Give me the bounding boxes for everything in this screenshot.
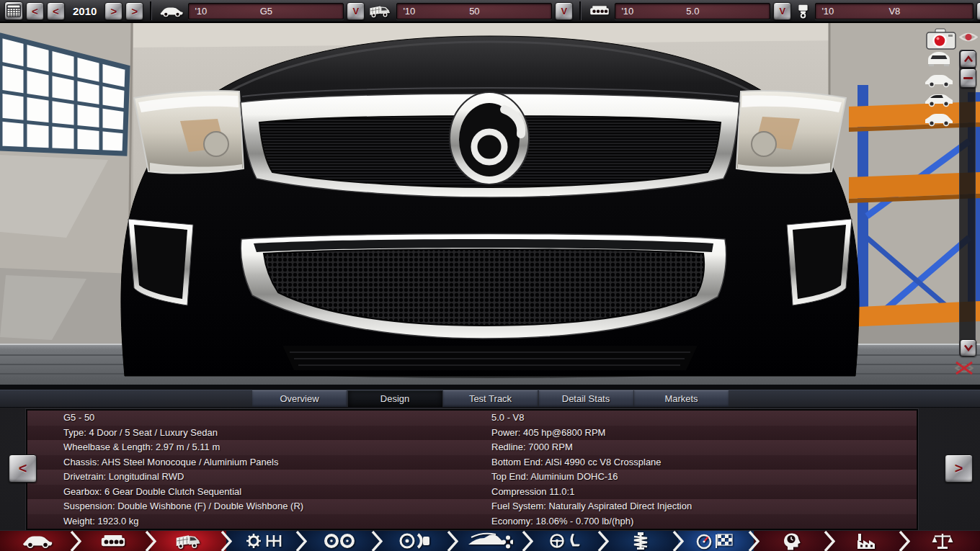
toolbar-markets[interactable] (904, 531, 980, 551)
spec-row: G5 - 50 5.0 - V8 (27, 411, 917, 426)
divider-strip (0, 385, 980, 390)
toolbar-test-track[interactable] (678, 531, 754, 551)
camera-angle-rear-quarter-button[interactable] (923, 109, 955, 128)
car-model-icon (159, 4, 184, 18)
spec-right: Power: 405 hp@6800 RPM (491, 426, 605, 441)
hide-overlay-button[interactable] (953, 359, 976, 377)
photo-mode-button[interactable] (925, 27, 958, 50)
prev-panel-button[interactable]: < (9, 454, 37, 483)
garage-3d-viewport[interactable] (0, 23, 980, 385)
automation-game-window: < < 2010 > > '10 G5 V '10 50 V '10 5.0 V… (0, 0, 980, 551)
visibility-button[interactable] (958, 30, 979, 44)
spec-left: G5 - 50 (63, 411, 94, 426)
toolbar-brakes[interactable] (377, 531, 453, 551)
brand-badge (450, 92, 529, 184)
headlight-left (134, 91, 244, 174)
spec-left: Type: 4 Door / 5 Seat / Luxury Sedan (63, 426, 218, 441)
factory-icon (855, 532, 878, 550)
design-info-section: G5 - 50 5.0 - V8 Type: 4 Door / 5 Seat /… (0, 408, 980, 530)
engine-variant-icon (796, 4, 811, 19)
interior-icon (549, 532, 582, 550)
brakes-icon (398, 532, 431, 550)
spec-panel: G5 - 50 5.0 - V8 Type: 4 Door / 5 Seat /… (26, 409, 918, 530)
trim-name: 50 (397, 6, 551, 17)
tab-overview[interactable]: Overview (252, 390, 347, 407)
toolbar-separator (579, 1, 581, 20)
camera-angle-front-button[interactable] (923, 49, 955, 68)
model-select[interactable]: '10 G5 (188, 3, 344, 19)
toolbar-gearbox[interactable] (226, 531, 302, 551)
engine-variant-name: V8 (816, 6, 973, 17)
model-dropdown-button[interactable]: V (347, 2, 365, 20)
car-front-view-icon (928, 52, 950, 66)
camera-icon (927, 29, 956, 49)
garage-scene (0, 23, 980, 385)
calendar-icon (7, 5, 20, 17)
trim-dropdown-button[interactable]: V (555, 2, 573, 20)
calendar-button[interactable] (4, 1, 23, 20)
toolbar-interior[interactable] (527, 531, 603, 551)
spec-right: Compression 11.0:1 (491, 485, 574, 500)
spec-right: Top End: Aluminium DOHC-16 (491, 470, 618, 485)
spec-row: Gearbox: 6 Gear Double Clutch Sequential… (27, 485, 917, 500)
car-model-icon (22, 533, 53, 549)
chevron-up-icon (965, 57, 972, 62)
car-render (121, 36, 859, 376)
current-year-label: 2010 (73, 5, 97, 17)
engine-variant-select[interactable]: '10 V8 (815, 3, 974, 19)
spec-row: Type: 4 Door / 5 Seat / Luxury Sedan Pow… (27, 426, 917, 441)
spec-left: Wheelbase & Length: 2.97 m / 5.11 m (63, 440, 220, 455)
engine-variant-dropdown-button[interactable]: V (976, 2, 980, 20)
camera-angle-side-button[interactable] (923, 70, 955, 89)
toolbar-body-aero[interactable] (453, 531, 528, 551)
toolbar-trim[interactable] (151, 531, 226, 551)
headlight-right (736, 91, 846, 174)
tab-detail-stats[interactable]: Detail Stats (539, 390, 633, 407)
toolbar-suspension[interactable] (603, 531, 679, 551)
viewport-scrollbar[interactable] (959, 50, 976, 357)
spec-row: Weight: 1923.0 kg Economy: 18.06% - 0.70… (27, 514, 917, 529)
test-track-icon (696, 532, 736, 550)
toolbar-model[interactable] (0, 531, 76, 551)
tab-markets[interactable]: Markets (634, 390, 729, 407)
year-forward-button[interactable]: > (104, 2, 122, 20)
scroll-up-button[interactable] (960, 50, 976, 68)
toolbar-engine-family[interactable] (76, 531, 151, 551)
trim-select[interactable]: '10 50 (396, 3, 552, 19)
build-pipeline-toolbar (0, 530, 980, 551)
top-toolbar: < < 2010 > > '10 G5 V '10 50 V '10 5.0 V… (0, 0, 980, 23)
tab-design[interactable]: Design (348, 390, 442, 407)
car-three-quarter-view-icon (925, 94, 953, 106)
spec-row: Suspension: Double Wishbone (F) / Double… (27, 499, 917, 514)
camera-angle-three-quarter-button[interactable] (923, 89, 955, 109)
spec-right: Fuel System: Naturally Aspirated Direct … (491, 499, 692, 514)
scrollbar-thumb[interactable] (960, 68, 976, 88)
engine-family-select[interactable]: '10 5.0 (615, 3, 770, 19)
spec-right: Bottom End: AlSi 4990 cc V8 Crossplane (491, 455, 662, 470)
spec-left: Suspension: Double Wishbone (F) / Double… (63, 499, 303, 514)
toolbar-wheels[interactable] (301, 531, 377, 551)
markets-balance-icon (931, 532, 954, 550)
detail-tab-bar: Overview Design Test Track Detail Stats … (0, 390, 980, 408)
spec-row: Drivetrain: Longitudinal RWD Top End: Al… (27, 470, 917, 485)
chevron-down-icon (965, 346, 972, 351)
wheels-icon (323, 532, 356, 550)
engineering-time-icon (780, 532, 802, 550)
engine-family-dropdown-button[interactable]: V (773, 2, 791, 20)
spec-left: Gearbox: 6 Gear Double Clutch Sequential (63, 485, 241, 500)
spec-row: Chassis: AHS Steel Monocoque / Aluminium… (27, 455, 917, 470)
year-forward-fast-button[interactable]: > (125, 2, 143, 20)
next-panel-button[interactable]: > (945, 454, 973, 483)
car-trim-icon (175, 532, 202, 550)
toolbar-factory[interactable] (829, 531, 905, 551)
toolbar-separator (150, 1, 151, 20)
spec-right: 5.0 - V8 (491, 411, 525, 426)
tab-test-track[interactable]: Test Track (443, 390, 538, 407)
year-back-fast-button[interactable]: < (26, 2, 44, 20)
year-back-button[interactable]: < (47, 2, 65, 20)
gearbox-icon (246, 532, 282, 550)
spec-right: Economy: 18.06% - 0.700 lb/(hph) (491, 514, 633, 529)
scroll-down-button[interactable] (960, 339, 976, 357)
toolbar-engineering[interactable] (754, 531, 829, 551)
car-trim-icon (369, 3, 392, 19)
